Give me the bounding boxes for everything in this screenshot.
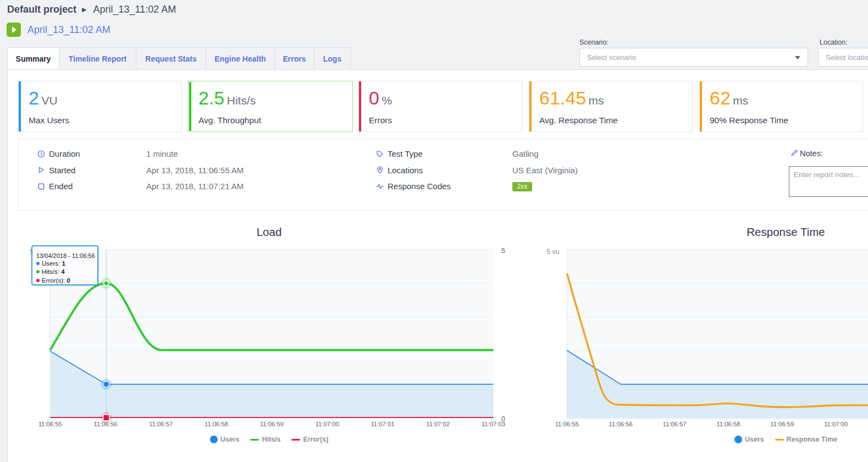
svg-text:11:07:01: 11:07:01 — [371, 421, 394, 427]
svg-text:11:06:57: 11:06:57 — [662, 421, 686, 427]
svg-text:5 vu: 5 vu — [546, 248, 559, 256]
svg-text:11:06:56: 11:06:56 — [93, 421, 117, 427]
svg-text:11:06:59: 11:06:59 — [260, 421, 284, 427]
svg-text:11:06:58: 11:06:58 — [716, 421, 740, 427]
svg-text:11:06:55: 11:06:55 — [38, 421, 62, 427]
svg-text:11:07:00: 11:07:00 — [316, 421, 339, 427]
svg-text:11:06:56: 11:06:56 — [609, 421, 633, 427]
svg-text:11:07:03: 11:07:03 — [482, 421, 505, 427]
svg-text:11:06:57: 11:06:57 — [149, 421, 173, 427]
svg-text:11:06:59: 11:06:59 — [770, 421, 794, 427]
svg-text:11:07:02: 11:07:02 — [426, 421, 450, 427]
svg-text:11:06:55: 11:06:55 — [555, 421, 579, 427]
svg-text:11:07:00: 11:07:00 — [824, 421, 848, 427]
svg-text:5: 5 — [501, 247, 505, 255]
svg-text:11:06:58: 11:06:58 — [204, 421, 228, 427]
